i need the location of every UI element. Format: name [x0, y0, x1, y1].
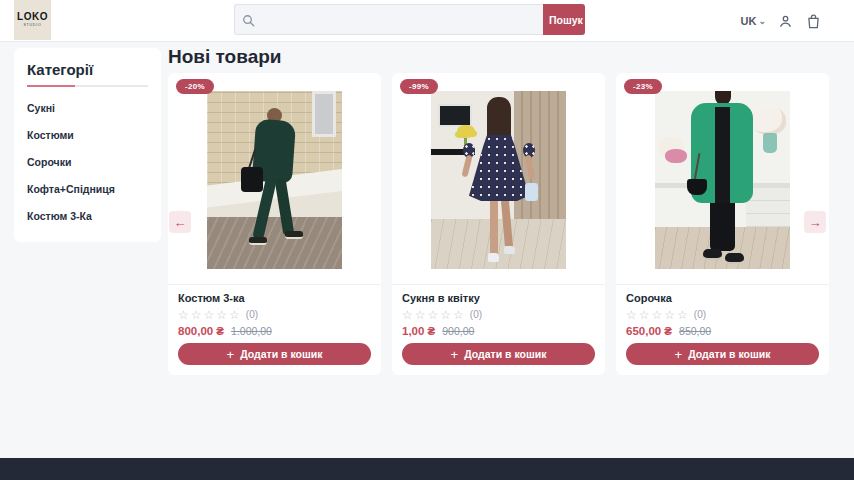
star-icon: ☆ — [191, 309, 202, 321]
product-media — [168, 73, 381, 285]
products-carousel: -20% Костюм 3-ка ☆ ☆ ☆ ☆ ☆ (0) 800,00 ₴ … — [168, 73, 840, 375]
star-icon: ☆ — [415, 309, 426, 321]
sidebar-item-kostiumy[interactable]: Костюми — [27, 129, 148, 141]
product-name[interactable]: Костюм 3-ка — [178, 292, 371, 304]
search-bar: Пошук — [234, 4, 585, 35]
plus-icon: + — [227, 348, 235, 361]
language-label: UK — [741, 15, 757, 27]
product-image — [655, 91, 790, 269]
star-icon: ☆ — [178, 309, 189, 321]
search-box — [234, 4, 543, 35]
carousel-next-button[interactable]: → — [804, 211, 826, 233]
product-card: -20% Костюм 3-ка ☆ ☆ ☆ ☆ ☆ (0) 800,00 ₴ … — [168, 73, 381, 375]
photo-leg — [490, 199, 498, 255]
search-icon — [242, 13, 255, 26]
product-card: -99% Сукня в квітку ☆ ☆ ☆ ☆ ☆ (0) 1,00 ₴… — [392, 73, 605, 375]
old-price: 900,00 — [442, 325, 474, 337]
product-info: Сукня в квітку ☆ ☆ ☆ ☆ ☆ (0) 1,00 ₴ 900,… — [392, 285, 605, 375]
sidebar-item-sukni[interactable]: Сукні — [27, 102, 148, 114]
star-icon: ☆ — [639, 309, 650, 321]
photo-tv — [438, 104, 472, 127]
product-name[interactable]: Сукня в квітку — [402, 292, 595, 304]
photo-shoe — [725, 253, 744, 264]
review-count: (0) — [694, 309, 706, 321]
product-name[interactable]: Сорочка — [626, 292, 819, 304]
arrow-left-icon: ← — [174, 216, 187, 229]
search-button[interactable]: Пошук — [543, 4, 585, 35]
photo-leggings — [710, 203, 735, 251]
product-card: -23% Сорочка ☆ ☆ ☆ ☆ ☆ (0) 650,00 ₴ 850,… — [616, 73, 829, 375]
photo-inner-top — [715, 107, 730, 203]
logo-subtitle: STUDIO — [24, 23, 42, 27]
photo-heel — [488, 253, 499, 262]
price-row: 800,00 ₴ 1.000,00 — [178, 325, 371, 337]
star-icon: ☆ — [652, 309, 663, 321]
photo-wood-panel — [514, 91, 566, 219]
cart-icon[interactable] — [805, 13, 822, 30]
main-section: Нові товари — [168, 48, 840, 375]
plus-icon: + — [675, 348, 683, 361]
search-input[interactable] — [234, 4, 543, 35]
chevron-down-icon: ⌄ — [758, 16, 766, 26]
product-image — [431, 91, 566, 269]
photo-bag — [687, 179, 707, 195]
language-selector[interactable]: UK ⌄ — [741, 15, 766, 27]
sidebar-item-sorochky[interactable]: Сорочки — [27, 156, 148, 168]
star-icon: ☆ — [664, 309, 675, 321]
product-info: Сорочка ☆ ☆ ☆ ☆ ☆ (0) 650,00 ₴ 850,00 — [616, 285, 829, 375]
carousel-prev-button[interactable]: ← — [169, 211, 191, 233]
photo-shoe — [249, 237, 267, 245]
review-count: (0) — [470, 309, 482, 321]
categories-sidebar: Категорії Сукні Костюми Сорочки Кофта+Сп… — [14, 48, 161, 242]
star-icon: ☆ — [677, 309, 688, 321]
photo-heel — [504, 246, 515, 254]
add-to-cart-label: Додати в кошик — [464, 348, 546, 360]
page-content: Категорії Сукні Костюми Сорочки Кофта+Сп… — [0, 42, 854, 458]
add-to-cart-button[interactable]: + Додати в кошик — [626, 343, 819, 365]
header-actions: UK ⌄ — [741, 0, 822, 42]
sidebar-item-kostium-3ka[interactable]: Костюм 3-Ка — [27, 210, 148, 222]
price-row: 1,00 ₴ 900,00 — [402, 325, 595, 337]
arrow-right-icon: → — [809, 216, 822, 229]
discount-badge: -20% — [176, 79, 214, 94]
page-footer — [0, 458, 854, 480]
old-price: 1.000,00 — [231, 325, 272, 337]
photo-flowers — [752, 107, 786, 135]
photo-pavement — [207, 217, 342, 269]
site-header: LOKO STUDIO Пошук UK ⌄ — [0, 0, 854, 42]
rating-row: ☆ ☆ ☆ ☆ ☆ (0) — [178, 309, 371, 321]
discount-badge: -99% — [400, 79, 438, 94]
current-price: 800,00 ₴ — [178, 325, 224, 337]
photo-floor — [431, 219, 566, 269]
add-to-cart-button[interactable]: + Додати в кошик — [178, 343, 371, 365]
plus-icon: + — [451, 348, 459, 361]
add-to-cart-button[interactable]: + Додати в кошик — [402, 343, 595, 365]
star-icon: ☆ — [402, 309, 413, 321]
logo-title: LOKO — [17, 12, 48, 22]
logo[interactable]: LOKO STUDIO — [14, 0, 51, 40]
sidebar-title: Категорії — [27, 61, 148, 78]
product-media — [616, 73, 829, 285]
photo-bag — [241, 167, 263, 192]
sidebar-title-underline — [27, 85, 148, 87]
current-price: 650,00 ₴ — [626, 325, 672, 337]
product-image — [207, 91, 342, 269]
photo-bag — [525, 183, 538, 201]
user-account-icon[interactable] — [777, 13, 794, 30]
discount-badge: -23% — [624, 79, 662, 94]
price-row: 650,00 ₴ 850,00 — [626, 325, 819, 337]
photo-shoe — [285, 231, 303, 239]
photo-shoe — [703, 249, 722, 260]
rating-row: ☆ ☆ ☆ ☆ ☆ (0) — [626, 309, 819, 321]
photo-vase — [763, 133, 777, 153]
star-icon: ☆ — [626, 309, 637, 321]
photo-flowers — [457, 125, 475, 138]
old-price: 850,00 — [679, 325, 711, 337]
star-icon: ☆ — [428, 309, 439, 321]
add-to-cart-label: Додати в кошик — [240, 348, 322, 360]
star-icon: ☆ — [453, 309, 464, 321]
add-to-cart-label: Додати в кошик — [688, 348, 770, 360]
review-count: (0) — [246, 309, 258, 321]
sidebar-item-kofta-spidnytsia[interactable]: Кофта+Спідниця — [27, 183, 148, 195]
photo-flowers — [665, 149, 687, 163]
